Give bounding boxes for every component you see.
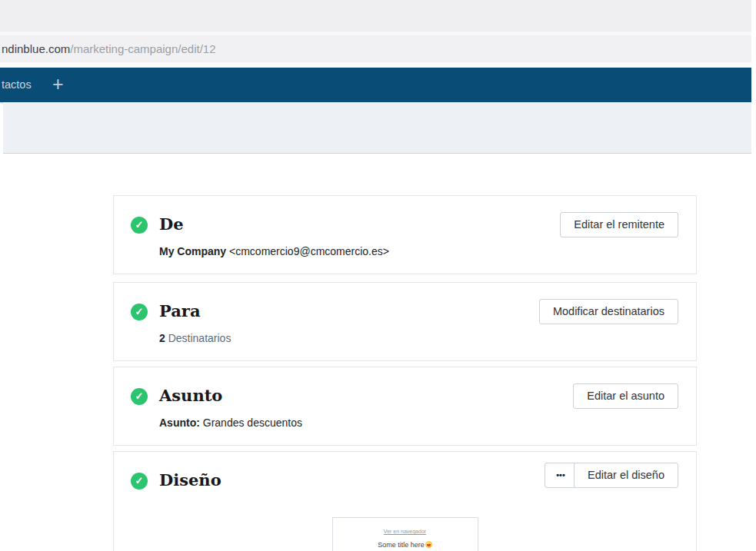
edit-recipients-button[interactable]: Modificar destinatarios xyxy=(539,299,678,324)
subject-value: Asunto: Grandes descuentos xyxy=(159,417,302,429)
url-path: /marketing-campaign/edit/12 xyxy=(70,42,215,55)
address-bar[interactable]: ndinblue.com/marketing-campaign/edit/12 xyxy=(0,35,756,62)
section-title-diseno: Diseño xyxy=(159,471,221,489)
section-title-de: De xyxy=(159,215,184,233)
smiling-emoji-icon xyxy=(425,541,432,548)
edit-sender-button[interactable]: Editar el remitente xyxy=(560,212,678,237)
edit-subject-button[interactable]: Editar el asunto xyxy=(573,383,678,409)
recipients-label: Destinatarios xyxy=(165,332,231,344)
edit-design-button[interactable]: Editar el diseño xyxy=(574,463,678,488)
campaign-subheader xyxy=(3,102,751,154)
check-icon: ✓ xyxy=(131,388,148,405)
recipients-value: 2 Destinatarios xyxy=(159,332,231,344)
email-title-text: Some title here xyxy=(378,541,425,549)
sender-name: My Company xyxy=(159,245,226,257)
recipients-count: 2 xyxy=(159,332,165,344)
scrollbar-gutter xyxy=(751,0,756,551)
check-icon: ✓ xyxy=(131,473,148,490)
design-more-button[interactable]: ••• xyxy=(545,463,577,488)
sender-email: <cmcomercio9@cmcomercio.es> xyxy=(226,245,389,257)
email-preview-thumbnail[interactable]: Ver en navegador Some title here xyxy=(332,517,478,551)
plus-icon[interactable]: + xyxy=(52,68,64,102)
card-sender: ✓ De My Company <cmcomercio9@cmcomercio.… xyxy=(113,195,697,274)
card-recipients: ✓ Para 2 Destinatarios Modificar destina… xyxy=(113,282,697,361)
check-icon: ✓ xyxy=(131,217,148,234)
section-title-asunto: Asunto xyxy=(159,387,222,404)
card-subject: ✓ Asunto Asunto: Grandes descuentos Edit… xyxy=(113,367,697,446)
view-in-browser-link[interactable]: Ver en navegador xyxy=(333,529,478,534)
check-icon: ✓ xyxy=(131,304,148,320)
browser-tab-strip xyxy=(0,0,756,32)
subject-text: Grandes descuentos xyxy=(200,417,302,429)
email-preview-title: Some title here xyxy=(333,541,478,549)
chrome-page-gap xyxy=(0,62,756,68)
sender-value: My Company <cmcomercio9@cmcomercio.es> xyxy=(159,245,389,257)
url-host: ndinblue.com xyxy=(2,42,70,55)
subject-label: Asunto: xyxy=(159,417,200,429)
nav-item-contactos[interactable]: tactos xyxy=(2,68,32,102)
section-title-para: Para xyxy=(159,302,201,320)
app-navbar: tactos + xyxy=(0,68,756,102)
card-design: ✓ Diseño ••• Editar el diseño Ver en nav… xyxy=(113,451,697,551)
